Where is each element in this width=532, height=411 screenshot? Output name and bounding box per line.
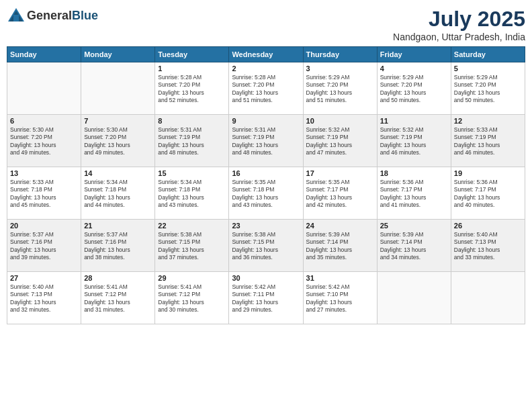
day-number: 1 [158, 64, 226, 73]
calendar-cell: 10Sunrise: 5:32 AMSunset: 7:19 PMDayligh… [303, 115, 377, 167]
day-info: Sunrise: 5:33 AMSunset: 7:18 PMDaylight:… [10, 179, 78, 210]
calendar-cell: 16Sunrise: 5:35 AMSunset: 7:18 PMDayligh… [229, 167, 303, 220]
calendar-cell: 24Sunrise: 5:39 AMSunset: 7:14 PMDayligh… [303, 220, 377, 272]
calendar-cell: 23Sunrise: 5:38 AMSunset: 7:15 PMDayligh… [229, 220, 303, 272]
day-number: 12 [454, 117, 522, 125]
calendar-cell: 13Sunrise: 5:33 AMSunset: 7:18 PMDayligh… [7, 167, 81, 220]
calendar-cell: 5Sunrise: 5:29 AMSunset: 7:20 PMDaylight… [451, 62, 525, 115]
calendar-cell [451, 272, 525, 324]
header-row: SundayMondayTuesdayWednesdayThursdayFrid… [7, 47, 525, 62]
calendar-cell [377, 272, 451, 324]
day-info: Sunrise: 5:32 AMSunset: 7:19 PMDaylight:… [306, 126, 374, 157]
day-info: Sunrise: 5:38 AMSunset: 7:15 PMDaylight:… [232, 231, 300, 262]
calendar-cell: 3Sunrise: 5:29 AMSunset: 7:20 PMDaylight… [303, 62, 377, 115]
day-number: 31 [306, 274, 374, 282]
day-number: 16 [232, 169, 300, 177]
calendar-cell: 31Sunrise: 5:42 AMSunset: 7:10 PMDayligh… [303, 272, 377, 324]
calendar-cell: 22Sunrise: 5:38 AMSunset: 7:15 PMDayligh… [155, 220, 229, 272]
day-info: Sunrise: 5:33 AMSunset: 7:19 PMDaylight:… [454, 126, 522, 157]
calendar-cell: 4Sunrise: 5:29 AMSunset: 7:20 PMDaylight… [377, 62, 451, 115]
calendar-cell: 8Sunrise: 5:31 AMSunset: 7:19 PMDaylight… [155, 115, 229, 167]
header-sunday: Sunday [7, 47, 81, 62]
calendar-cell: 21Sunrise: 5:37 AMSunset: 7:16 PMDayligh… [81, 220, 155, 272]
calendar-cell: 25Sunrise: 5:39 AMSunset: 7:14 PMDayligh… [377, 220, 451, 272]
logo-general: GeneralBlue [27, 9, 98, 23]
day-number: 22 [158, 222, 226, 230]
svg-rect-2 [13, 15, 19, 21]
calendar-cell: 2Sunrise: 5:28 AMSunset: 7:20 PMDaylight… [229, 62, 303, 115]
day-info: Sunrise: 5:35 AMSunset: 7:17 PMDaylight:… [306, 179, 374, 210]
calendar-cell [81, 62, 155, 115]
day-number: 8 [158, 117, 226, 125]
title-block: July 2025 Nandgaon, Uttar Pradesh, India [393, 7, 525, 42]
day-number: 19 [454, 169, 522, 177]
day-number: 21 [84, 222, 152, 230]
day-number: 30 [232, 274, 300, 282]
logo: GeneralBlue [7, 7, 98, 26]
day-info: Sunrise: 5:39 AMSunset: 7:14 PMDaylight:… [380, 231, 448, 262]
day-info: Sunrise: 5:29 AMSunset: 7:20 PMDaylight:… [380, 74, 448, 105]
calendar-cell: 27Sunrise: 5:40 AMSunset: 7:13 PMDayligh… [7, 272, 81, 324]
day-info: Sunrise: 5:36 AMSunset: 7:17 PMDaylight:… [454, 179, 522, 210]
day-number: 18 [380, 169, 448, 177]
calendar-cell: 11Sunrise: 5:32 AMSunset: 7:19 PMDayligh… [377, 115, 451, 167]
header-thursday: Thursday [303, 47, 377, 62]
day-info: Sunrise: 5:35 AMSunset: 7:18 PMDaylight:… [232, 179, 300, 210]
day-info: Sunrise: 5:41 AMSunset: 7:12 PMDaylight:… [158, 283, 226, 314]
calendar-cell: 7Sunrise: 5:30 AMSunset: 7:20 PMDaylight… [81, 115, 155, 167]
day-info: Sunrise: 5:37 AMSunset: 7:16 PMDaylight:… [10, 231, 78, 262]
calendar-cell: 12Sunrise: 5:33 AMSunset: 7:19 PMDayligh… [451, 115, 525, 167]
location-title: Nandgaon, Uttar Pradesh, India [393, 32, 525, 42]
day-number: 14 [84, 169, 152, 177]
day-number: 20 [10, 222, 78, 230]
calendar: SundayMondayTuesdayWednesdayThursdayFrid… [7, 46, 525, 324]
calendar-cell: 28Sunrise: 5:41 AMSunset: 7:12 PMDayligh… [81, 272, 155, 324]
day-info: Sunrise: 5:30 AMSunset: 7:20 PMDaylight:… [10, 126, 78, 157]
week-row-4: 27Sunrise: 5:40 AMSunset: 7:13 PMDayligh… [7, 272, 525, 324]
day-number: 13 [10, 169, 78, 177]
day-info: Sunrise: 5:30 AMSunset: 7:20 PMDaylight:… [84, 126, 152, 157]
day-info: Sunrise: 5:31 AMSunset: 7:19 PMDaylight:… [232, 126, 300, 157]
header-friday: Friday [377, 47, 451, 62]
day-number: 15 [158, 169, 226, 177]
week-row-3: 20Sunrise: 5:37 AMSunset: 7:16 PMDayligh… [7, 220, 525, 272]
day-number: 6 [10, 117, 78, 125]
day-number: 24 [306, 222, 374, 230]
month-title: July 2025 [393, 7, 525, 32]
day-number: 17 [306, 169, 374, 177]
calendar-cell: 9Sunrise: 5:31 AMSunset: 7:19 PMDaylight… [229, 115, 303, 167]
calendar-body: 1Sunrise: 5:28 AMSunset: 7:20 PMDaylight… [7, 62, 525, 324]
day-info: Sunrise: 5:31 AMSunset: 7:19 PMDaylight:… [158, 126, 226, 157]
day-info: Sunrise: 5:40 AMSunset: 7:13 PMDaylight:… [10, 283, 78, 314]
week-row-0: 1Sunrise: 5:28 AMSunset: 7:20 PMDaylight… [7, 62, 525, 115]
header: GeneralBlue July 2025 Nandgaon, Uttar Pr… [7, 7, 525, 42]
day-info: Sunrise: 5:42 AMSunset: 7:10 PMDaylight:… [306, 283, 374, 314]
day-number: 25 [380, 222, 448, 230]
calendar-cell: 30Sunrise: 5:42 AMSunset: 7:11 PMDayligh… [229, 272, 303, 324]
day-info: Sunrise: 5:34 AMSunset: 7:18 PMDaylight:… [84, 179, 152, 210]
day-info: Sunrise: 5:37 AMSunset: 7:16 PMDaylight:… [84, 231, 152, 262]
calendar-cell: 29Sunrise: 5:41 AMSunset: 7:12 PMDayligh… [155, 272, 229, 324]
day-info: Sunrise: 5:28 AMSunset: 7:20 PMDaylight:… [158, 74, 226, 105]
day-number: 11 [380, 117, 448, 125]
header-monday: Monday [81, 47, 155, 62]
day-number: 9 [232, 117, 300, 125]
calendar-cell: 14Sunrise: 5:34 AMSunset: 7:18 PMDayligh… [81, 167, 155, 220]
day-info: Sunrise: 5:32 AMSunset: 7:19 PMDaylight:… [380, 126, 448, 157]
day-info: Sunrise: 5:42 AMSunset: 7:11 PMDaylight:… [232, 283, 300, 314]
day-info: Sunrise: 5:36 AMSunset: 7:17 PMDaylight:… [380, 179, 448, 210]
day-number: 7 [84, 117, 152, 125]
calendar-cell: 6Sunrise: 5:30 AMSunset: 7:20 PMDaylight… [7, 115, 81, 167]
header-wednesday: Wednesday [229, 47, 303, 62]
day-info: Sunrise: 5:29 AMSunset: 7:20 PMDaylight:… [306, 74, 374, 105]
day-number: 26 [454, 222, 522, 230]
calendar-cell: 20Sunrise: 5:37 AMSunset: 7:16 PMDayligh… [7, 220, 81, 272]
day-number: 29 [158, 274, 226, 282]
day-number: 28 [84, 274, 152, 282]
day-info: Sunrise: 5:34 AMSunset: 7:18 PMDaylight:… [158, 179, 226, 210]
day-info: Sunrise: 5:39 AMSunset: 7:14 PMDaylight:… [306, 231, 374, 262]
calendar-cell: 1Sunrise: 5:28 AMSunset: 7:20 PMDaylight… [155, 62, 229, 115]
calendar-cell [7, 62, 81, 115]
calendar-cell: 26Sunrise: 5:40 AMSunset: 7:13 PMDayligh… [451, 220, 525, 272]
day-info: Sunrise: 5:29 AMSunset: 7:20 PMDaylight:… [454, 74, 522, 105]
